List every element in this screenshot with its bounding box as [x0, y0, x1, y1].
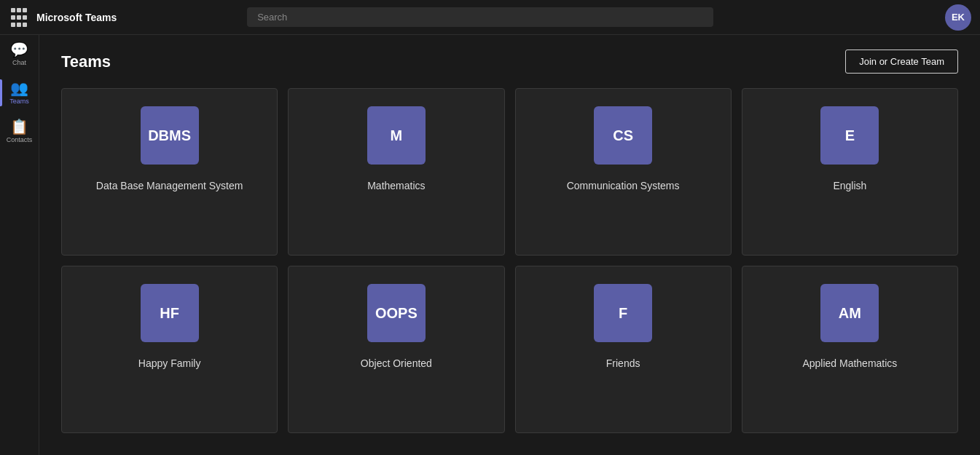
team-name-math: Mathematics [367, 179, 425, 194]
team-card-english[interactable]: EEnglish [742, 88, 958, 256]
avatar[interactable]: EK [945, 4, 971, 31]
team-card-cs[interactable]: CSCommunication Systems [515, 88, 732, 256]
team-card-friends[interactable]: FFriends [515, 266, 732, 433]
topbar-right: EK [945, 4, 971, 31]
sidebar-label-contacts: Contacts [7, 136, 33, 143]
contacts-icon: 📋 [10, 119, 28, 134]
team-logo-hf: HF [141, 284, 199, 342]
join-create-button[interactable]: Join or Create Team [845, 50, 958, 74]
app-title: Microsoft Teams [36, 12, 117, 23]
chat-icon: 💬 [10, 42, 28, 57]
search-container [247, 7, 713, 27]
teams-grid: DBMSData Base Management SystemMMathemat… [61, 88, 958, 433]
team-logo-oops: OOPS [367, 284, 426, 342]
page-title: Teams [61, 52, 111, 71]
team-card-oops[interactable]: OOPSObject Oriented [288, 266, 504, 433]
team-card-math[interactable]: MMathematics [288, 88, 504, 256]
team-name-dbms: Data Base Management System [96, 179, 243, 194]
team-logo-am: AM [820, 284, 879, 342]
topbar: Microsoft Teams EK [0, 0, 980, 35]
search-input[interactable] [247, 7, 713, 27]
app-grid-icon[interactable] [9, 7, 29, 28]
sidebar-label-teams: Teams [9, 98, 29, 105]
team-card-dbms[interactable]: DBMSData Base Management System [61, 88, 278, 256]
team-card-hf[interactable]: HFHappy Family [61, 266, 278, 433]
sidebar-item-chat[interactable]: 💬 Chat [0, 35, 39, 74]
team-name-hf: Happy Family [138, 357, 201, 371]
team-logo-dbms: DBMS [141, 106, 199, 165]
sidebar-item-teams[interactable]: 👥 Teams [0, 74, 39, 112]
team-name-cs: Communication Systems [567, 179, 680, 194]
team-logo-cs: CS [594, 106, 652, 165]
sidebar-item-contacts[interactable]: 📋 Contacts [0, 112, 39, 151]
team-logo-friends: F [594, 284, 652, 342]
team-logo-english: E [820, 106, 879, 165]
team-logo-math: M [367, 106, 426, 165]
team-name-oops: Object Oriented [361, 357, 432, 371]
page-header: Teams Join or Create Team [61, 50, 958, 74]
teams-icon: 👥 [10, 81, 28, 95]
sidebar-label-chat: Chat [12, 59, 26, 66]
team-name-english: English [833, 179, 866, 194]
team-name-am: Applied Mathematics [802, 357, 897, 371]
main-content: Teams Join or Create Team DBMSData Base … [39, 0, 980, 455]
team-name-friends: Friends [606, 357, 640, 371]
sidebar: 💬 Chat 👥 Teams 📋 Contacts [0, 0, 39, 455]
team-card-am[interactable]: AMApplied Mathematics [742, 266, 958, 433]
main-inner: Teams Join or Create Team DBMSData Base … [39, 35, 980, 448]
